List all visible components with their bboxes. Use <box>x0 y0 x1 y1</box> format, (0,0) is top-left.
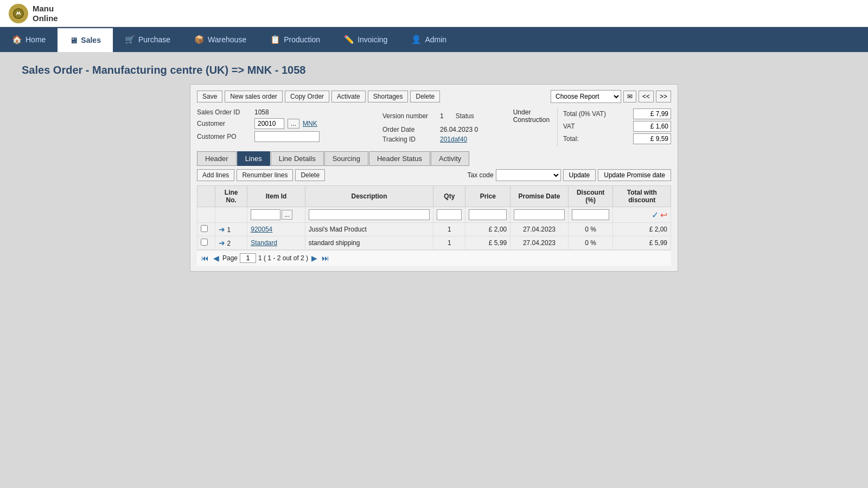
page-title: Sales Order - Manufacturing centre (UK) … <box>22 64 846 76</box>
table-header-row: Line No. Item Id Description Qty Price P… <box>197 186 671 207</box>
tab-sourcing[interactable]: Sourcing <box>324 151 368 166</box>
tab-header[interactable]: Header <box>197 151 237 166</box>
new-row-check-cell <box>197 207 215 223</box>
choose-report-select[interactable]: Choose Report <box>551 90 621 103</box>
prev-page-button[interactable]: ◀ <box>212 254 220 262</box>
row1-discount: 0 % <box>568 223 613 236</box>
row1-line-no: ➜ 1 <box>215 223 247 236</box>
sales-order-id-row: Sales Order ID 1058 <box>197 108 372 116</box>
order-info-section: Sales Order ID 1058 Customer ... MNK Cus… <box>197 108 671 146</box>
brand-name: Manu Online <box>33 4 58 23</box>
new-item-id-input[interactable] <box>251 209 280 220</box>
copy-order-button[interactable]: Copy Order <box>285 91 329 102</box>
row2-item-id: Standard <box>247 236 305 250</box>
update-promise-date-button[interactable]: Update Promise date <box>598 169 671 181</box>
row2-discount: 0 % <box>568 236 613 250</box>
update-button[interactable]: Update <box>563 169 596 181</box>
pagination: ⏮ ◀ Page 1 ( 1 - 2 out of 2 ) ▶ ⏭ <box>197 250 671 266</box>
new-row-discount-cell <box>568 207 613 223</box>
page-label: Page <box>222 254 238 262</box>
lines-delete-button[interactable]: Delete <box>295 169 325 181</box>
toolbar: Save New sales order Copy Order Activate… <box>197 90 671 103</box>
save-button[interactable]: Save <box>197 91 222 102</box>
delete-button[interactable]: Delete <box>410 91 440 102</box>
nav-purchase[interactable]: 🛒 Purchase <box>113 27 182 52</box>
vat-input[interactable] <box>633 121 671 132</box>
new-promise-input[interactable] <box>514 209 564 220</box>
last-page-button[interactable]: ⏭ <box>321 254 330 262</box>
grand-total-row: Total: <box>563 133 671 144</box>
next-page-button[interactable]: ▶ <box>310 254 318 262</box>
tracking-id-link[interactable]: 201daf40 <box>440 136 467 143</box>
row2-description: standard shipping <box>305 236 433 250</box>
form-wrapper: Save New sales order Copy Order Activate… <box>190 84 678 272</box>
new-discount-input[interactable] <box>572 209 610 220</box>
nav-sales[interactable]: 🖥 Sales <box>58 27 113 52</box>
nav-admin[interactable]: 👤 Admin <box>399 27 458 52</box>
prev-order-button[interactable]: << <box>639 91 654 102</box>
sales-icon: 🖥 <box>69 36 78 45</box>
add-lines-button[interactable]: Add lines <box>197 169 234 181</box>
activate-button[interactable]: Activate <box>331 91 366 102</box>
row1-description: Jussi's Mad Product <box>305 223 433 236</box>
cancel-new-line-icon[interactable]: ↩ <box>660 210 667 220</box>
shortages-button[interactable]: Shortages <box>368 91 409 102</box>
tab-activity[interactable]: Activity <box>431 151 469 166</box>
nav-home[interactable]: 🏠 Home <box>0 27 58 52</box>
row2-promise-date: 27.04.2023 <box>510 236 568 250</box>
new-line-row: ... ✓ ↩ <box>197 207 671 223</box>
total-input[interactable] <box>633 108 671 119</box>
tax-code-select[interactable] <box>496 169 561 181</box>
tabs: Header Lines Line Details Sourcing Heade… <box>197 151 671 166</box>
info-col-mid: Version number 1 Status Under Constructi… <box>372 108 557 146</box>
grand-total-input[interactable] <box>633 133 671 144</box>
col-qty: Qty <box>433 186 465 207</box>
new-qty-input[interactable] <box>437 209 462 220</box>
tab-lines[interactable]: Lines <box>237 151 270 166</box>
col-line-no: Line No. <box>215 186 247 207</box>
info-col-left: Sales Order ID 1058 Customer ... MNK Cus… <box>197 108 372 146</box>
row2-total: £ 5,99 <box>613 236 671 250</box>
new-price-input[interactable] <box>469 209 507 220</box>
next-order-button[interactable]: >> <box>656 91 671 102</box>
customer-po-input[interactable] <box>254 131 320 142</box>
row1-promise-date: 27.04.2023 <box>510 223 568 236</box>
col-total: Total with discount <box>613 186 671 207</box>
vat-row: VAT <box>563 121 671 132</box>
home-icon: 🏠 <box>12 35 22 44</box>
row1-checkbox[interactable] <box>201 225 208 232</box>
customer-id-input[interactable] <box>254 118 284 129</box>
row1-item-link[interactable]: 920054 <box>251 226 272 233</box>
row1-arrow-icon: ➜ <box>219 225 225 234</box>
order-date-row: Order Date 26.04.2023 0 <box>382 126 557 133</box>
col-discount: Discount (%) <box>568 186 613 207</box>
col-price: Price <box>465 186 510 207</box>
nav-production[interactable]: 📋 Production <box>258 27 332 52</box>
row2-item-link[interactable]: Standard <box>251 239 277 247</box>
customer-lookup-button[interactable]: ... <box>288 119 299 129</box>
nav-warehouse[interactable]: 📦 Warehouse <box>182 27 258 52</box>
confirm-new-line-icon[interactable]: ✓ <box>652 210 659 220</box>
customer-row: Customer ... MNK <box>197 118 372 129</box>
page-number-input[interactable] <box>240 253 256 263</box>
customer-name-link[interactable]: MNK <box>303 120 317 127</box>
renumber-lines-button[interactable]: Renumber lines <box>237 169 293 181</box>
tab-line-details[interactable]: Line Details <box>271 151 324 166</box>
new-item-lookup-button[interactable]: ... <box>282 210 292 220</box>
new-desc-input[interactable] <box>309 209 430 220</box>
row2-checkbox[interactable] <box>201 239 208 246</box>
lines-table: Line No. Item Id Description Qty Price P… <box>197 185 671 250</box>
version-number-row: Version number 1 Status Under Constructi… <box>382 108 557 124</box>
new-sales-order-button[interactable]: New sales order <box>225 91 283 102</box>
page-content: Sales Order - Manufacturing centre (UK) … <box>0 52 868 284</box>
report-email-button[interactable]: ✉ <box>623 91 636 102</box>
first-page-button[interactable]: ⏮ <box>200 254 210 262</box>
row2-line-no: ➜ 2 <box>215 236 247 250</box>
tab-header-status[interactable]: Header Status <box>369 151 430 166</box>
page-summary: 1 ( 1 - 2 out of 2 ) <box>258 254 308 262</box>
invoicing-icon: ✏️ <box>344 35 354 44</box>
new-row-price-cell <box>465 207 510 223</box>
row2-qty: 1 <box>433 236 465 250</box>
nav-invoicing[interactable]: ✏️ Invoicing <box>332 27 399 52</box>
nav-bar: 🏠 Home 🖥 Sales 🛒 Purchase 📦 Warehouse 📋 … <box>0 27 868 52</box>
